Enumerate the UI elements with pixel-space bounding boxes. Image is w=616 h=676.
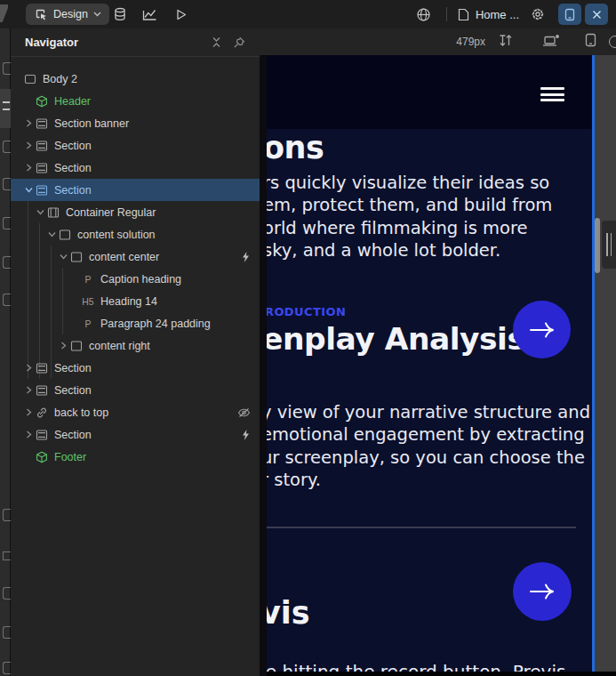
clipped-toolbar-icon[interactable] bbox=[609, 36, 616, 48]
expand-chevron-icon[interactable] bbox=[35, 209, 46, 215]
expand-chevron-icon[interactable] bbox=[58, 254, 69, 260]
tree-row-section[interactable]: Section bbox=[11, 357, 260, 379]
div-element-icon bbox=[69, 340, 84, 352]
expand-chevron-icon[interactable] bbox=[58, 342, 69, 350]
tree-row-footer[interactable]: Footer bbox=[11, 446, 260, 468]
globe-icon[interactable] bbox=[412, 3, 436, 26]
div-element-icon bbox=[69, 251, 84, 263]
tree-row-label: back to top bbox=[54, 406, 108, 419]
expand-chevron-icon[interactable] bbox=[46, 231, 58, 237]
collapse-all-icon[interactable] bbox=[204, 33, 228, 52]
navigator-title: Navigator bbox=[25, 36, 204, 49]
arrow-link-button[interactable] bbox=[513, 562, 572, 621]
panel-resize-handle[interactable] bbox=[602, 221, 616, 269]
section-element-icon bbox=[35, 162, 49, 174]
cms-database-icon[interactable] bbox=[108, 3, 132, 26]
tree-row-content-right[interactable]: content right bbox=[11, 334, 260, 357]
tree-row-container-regular[interactable]: Container Regular bbox=[11, 201, 260, 223]
rail-tool-icon[interactable] bbox=[3, 256, 11, 269]
site-preview-canvas[interactable]: ons rs quickly visualize their ideas so … bbox=[267, 55, 592, 676]
tree-row-section[interactable]: Section bbox=[11, 379, 260, 401]
design-mode-button[interactable]: Design bbox=[26, 4, 109, 25]
rail-tool-icon[interactable] bbox=[3, 626, 11, 639]
canvas-edge-line bbox=[592, 55, 595, 676]
section-element-icon bbox=[35, 362, 49, 374]
analytics-chart-icon[interactable] bbox=[138, 3, 161, 26]
tree-row-label: Caption heading bbox=[100, 273, 181, 286]
tree-row-header[interactable]: Header bbox=[11, 90, 260, 112]
settings-gear-icon[interactable] bbox=[526, 3, 549, 26]
expand-chevron-icon[interactable] bbox=[23, 119, 35, 127]
right-arrow-icon bbox=[529, 582, 556, 601]
tree-row-paragraph-24-padding[interactable]: PParagraph 24 padding bbox=[11, 312, 260, 334]
expand-chevron-icon[interactable] bbox=[23, 364, 35, 372]
rail-tool-icon[interactable] bbox=[3, 509, 11, 521]
element-tag-h5: H5 bbox=[81, 296, 95, 307]
chevron-down-icon bbox=[93, 12, 101, 17]
tree-row-section[interactable]: Section bbox=[11, 179, 260, 201]
tree-row-caption-heading[interactable]: PCaption heading bbox=[11, 268, 260, 290]
site-paragraph-top: rs quickly visualize their ideas so em, … bbox=[267, 172, 552, 262]
canvas-width-value[interactable]: 479px bbox=[456, 36, 485, 48]
canvas-scrollbar-thumb[interactable] bbox=[595, 218, 600, 273]
rail-tool-icon[interactable] bbox=[3, 587, 11, 600]
navigator-header: Navigator bbox=[11, 28, 260, 57]
rail-tool-icon[interactable] bbox=[3, 62, 11, 75]
page-tab-label: Home ... bbox=[476, 8, 519, 21]
arrow-link-button[interactable] bbox=[513, 301, 571, 358]
tree-row-section[interactable]: Section bbox=[11, 134, 260, 157]
rail-tool-icon[interactable] bbox=[3, 217, 11, 229]
rail-navigator-active[interactable] bbox=[0, 89, 11, 128]
tree-row-label: content center bbox=[89, 251, 159, 263]
height-adjust-icon[interactable] bbox=[498, 34, 514, 51]
tree-row-heading-14[interactable]: H5Heading 14 bbox=[11, 290, 260, 312]
expand-chevron-icon[interactable] bbox=[23, 164, 35, 172]
div-element-icon bbox=[58, 229, 72, 241]
expand-chevron-icon[interactable] bbox=[23, 431, 35, 439]
section-element-icon bbox=[35, 140, 49, 152]
section-element-icon bbox=[35, 184, 49, 197]
rail-tool-icon[interactable] bbox=[3, 294, 11, 306]
section-element-icon bbox=[35, 429, 49, 441]
visibility-hidden-icon[interactable] bbox=[237, 406, 251, 418]
close-breakpoint-button[interactable] bbox=[585, 4, 608, 25]
tree-row-label: Paragraph 24 padding bbox=[100, 318, 211, 330]
tree-row-body-2[interactable]: Body 2 bbox=[11, 68, 260, 90]
tree-row-section-banner[interactable]: Section banner bbox=[11, 112, 260, 134]
tree-row-label: Header bbox=[54, 95, 91, 108]
breakpoint-phone-icon[interactable] bbox=[585, 33, 596, 51]
left-toolbar-rail bbox=[0, 28, 11, 676]
tree-row-content-center[interactable]: content center bbox=[11, 245, 260, 268]
hamburger-menu-icon[interactable] bbox=[540, 87, 564, 101]
right-arrow-icon bbox=[529, 320, 556, 340]
rail-tool-icon[interactable] bbox=[3, 662, 11, 674]
rail-tool-icon[interactable] bbox=[3, 141, 11, 153]
expand-chevron-icon[interactable] bbox=[23, 141, 35, 149]
logo-partial-icon[interactable] bbox=[0, 4, 8, 22]
rail-tool-icon[interactable] bbox=[3, 551, 11, 560]
tree-row-label: Section banner bbox=[54, 117, 129, 130]
mobile-breakpoint-button[interactable] bbox=[558, 4, 581, 25]
navigator-tree: Body 2HeaderSection bannerSectionSection… bbox=[11, 68, 260, 468]
tree-row-content-solution[interactable]: content solution bbox=[11, 223, 260, 245]
rail-tool-icon[interactable] bbox=[3, 178, 11, 190]
tree-row-section[interactable]: Section bbox=[11, 423, 260, 446]
tree-row-label: content solution bbox=[77, 229, 156, 241]
page-tab-home[interactable]: Home ... bbox=[458, 8, 519, 21]
tree-row-label: Section bbox=[54, 362, 92, 374]
design-cursor-icon bbox=[34, 3, 48, 26]
expand-chevron-icon[interactable] bbox=[23, 386, 35, 394]
tree-row-label: Section bbox=[54, 384, 92, 397]
site-heading-previs-clipped: vis bbox=[267, 595, 310, 631]
tree-row-back-to-top[interactable]: back to top bbox=[11, 401, 260, 423]
site-caption-preproduction: RODUCTION bbox=[267, 305, 346, 318]
pin-icon[interactable] bbox=[228, 33, 251, 52]
webflow-designer: Design bbox=[0, 0, 616, 676]
preview-play-icon[interactable] bbox=[169, 3, 192, 26]
top-toolbar: Design bbox=[0, 0, 616, 28]
tree-row-label: Body 2 bbox=[43, 73, 77, 85]
breakpoint-laptop-star-icon[interactable] bbox=[542, 34, 560, 51]
expand-chevron-icon[interactable] bbox=[23, 187, 35, 193]
tree-row-section[interactable]: Section bbox=[11, 157, 260, 179]
expand-chevron-icon[interactable] bbox=[23, 408, 35, 416]
